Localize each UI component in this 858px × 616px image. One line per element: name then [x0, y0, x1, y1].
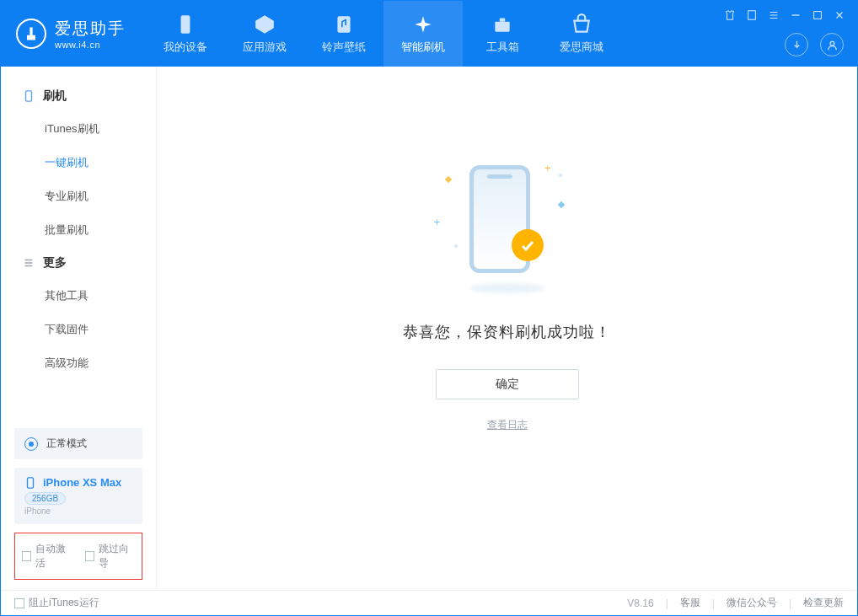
success-illustration: + +: [469, 165, 545, 293]
shirt-icon[interactable]: [722, 8, 737, 23]
sidebar-item-advanced[interactable]: 高级功能: [1, 346, 156, 380]
link-wechat[interactable]: 微信公众号: [727, 596, 777, 610]
maximize-button[interactable]: [810, 8, 825, 23]
link-service[interactable]: 客服: [680, 596, 700, 610]
body: 刷机 iTunes刷机 一键刷机 专业刷机 批量刷机 更多 其他工具 下载固件 …: [1, 67, 857, 590]
menu-icon[interactable]: [766, 8, 781, 23]
dot-decor: [559, 174, 562, 177]
phone-icon: [24, 477, 36, 489]
device-capacity: 256GB: [24, 492, 66, 505]
checkbox-icon: [85, 551, 94, 561]
plus-decor: +: [544, 162, 551, 174]
checkbox-icon: [14, 598, 24, 608]
app-title: 爱思助手: [55, 18, 126, 40]
main-nav: 我的设备 应用游戏 铃声壁纸 智能刷机 工具箱 爱思商城: [146, 1, 621, 67]
device-icon: [23, 90, 35, 102]
tab-toolbox[interactable]: 工具箱: [463, 1, 542, 67]
main-content: + + 恭喜您，保资料刷机成功啦！ 确定 查看日志: [157, 67, 857, 590]
list-icon: [23, 257, 35, 269]
chk-block-itunes[interactable]: 阻止iTunes运行: [14, 596, 99, 610]
svg-point-6: [830, 41, 834, 46]
app-subtitle: www.i4.cn: [55, 40, 126, 50]
device-name: iPhone XS Max: [43, 476, 121, 489]
checkbox-icon: [22, 551, 31, 561]
version-label: V8.16: [627, 597, 653, 609]
sparkle-icon: [444, 176, 451, 183]
chk-auto-activate[interactable]: 自动激活: [22, 542, 72, 570]
sidebar-item-batch-flash[interactable]: 批量刷机: [1, 213, 156, 247]
success-message: 恭喜您，保资料刷机成功啦！: [403, 322, 611, 342]
view-log-link[interactable]: 查看日志: [487, 418, 528, 432]
note-icon[interactable]: [744, 8, 759, 23]
minimize-button[interactable]: [788, 8, 803, 23]
sidebar: 刷机 iTunes刷机 一键刷机 专业刷机 批量刷机 更多 其他工具 下载固件 …: [1, 67, 157, 590]
tab-apps-games[interactable]: 应用游戏: [225, 1, 304, 67]
svg-rect-2: [495, 21, 509, 31]
dot-decor: [454, 244, 458, 248]
device-card[interactable]: iPhone XS Max 256GB iPhone: [14, 468, 142, 524]
tab-flash[interactable]: 智能刷机: [383, 1, 463, 67]
svg-rect-0: [181, 15, 190, 34]
highlighted-options: 自动激活 跳过向导: [14, 533, 142, 580]
svg-rect-8: [28, 477, 34, 487]
header-actions: [785, 33, 844, 56]
svg-rect-5: [814, 12, 822, 19]
shadow-decor: [469, 283, 545, 293]
window-controls: [722, 8, 847, 23]
sidebar-item-pro-flash[interactable]: 专业刷机: [1, 179, 156, 213]
device-type: iPhone: [24, 506, 132, 516]
plus-decor: +: [434, 216, 441, 228]
mode-status-card[interactable]: 正常模式: [14, 428, 142, 459]
sidebar-item-oneclick-flash[interactable]: 一键刷机: [1, 146, 156, 179]
sidebar-section-flash: 刷机: [1, 80, 156, 112]
sidebar-item-download-firmware[interactable]: 下载固件: [1, 313, 156, 346]
svg-rect-4: [748, 11, 756, 20]
svg-rect-1: [337, 16, 350, 33]
check-badge-icon: [512, 229, 544, 261]
close-button[interactable]: [832, 8, 847, 23]
chk-skip-wizard[interactable]: 跳过向导: [85, 542, 135, 570]
tab-ringtones-wallpapers[interactable]: 铃声壁纸: [304, 1, 383, 67]
tab-store[interactable]: 爱思商城: [542, 1, 621, 67]
download-icon[interactable]: [785, 33, 808, 56]
mode-icon: [24, 437, 38, 451]
sparkle-icon: [557, 201, 564, 208]
ok-button[interactable]: 确定: [436, 369, 579, 399]
sidebar-item-itunes-flash[interactable]: iTunes刷机: [1, 112, 156, 146]
titlebar: 爱思助手 www.i4.cn 我的设备 应用游戏 铃声壁纸 智能刷机 工具箱 爱…: [1, 1, 857, 67]
logo-icon: [16, 19, 46, 49]
tab-my-device[interactable]: 我的设备: [146, 1, 225, 67]
user-icon[interactable]: [820, 33, 844, 56]
link-update[interactable]: 检查更新: [803, 596, 844, 610]
sidebar-section-more: 更多: [1, 247, 156, 279]
svg-rect-7: [26, 91, 32, 101]
sidebar-bottom: 正常模式 iPhone XS Max 256GB iPhone 自动激活 跳过向…: [1, 428, 156, 590]
sidebar-item-other-tools[interactable]: 其他工具: [1, 279, 156, 313]
app-logo: 爱思助手 www.i4.cn: [1, 1, 146, 67]
svg-rect-3: [500, 18, 506, 21]
status-bar: 阻止iTunes运行 V8.16 | 客服 | 微信公众号 | 检查更新: [1, 590, 857, 615]
